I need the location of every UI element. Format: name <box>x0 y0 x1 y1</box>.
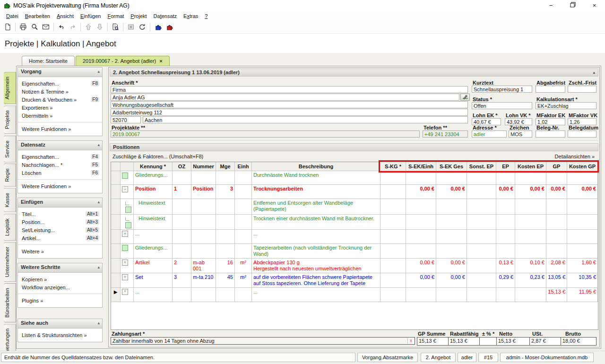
column-header-Kosten GP[interactable]: Kosten GP <box>567 162 598 171</box>
sidebar-item-eigenschaften[interactable]: Eigenschaften...F4 <box>18 153 102 161</box>
cell-skg[interactable] <box>380 171 406 185</box>
sidebar-item-plugins[interactable]: Plugins » <box>18 296 102 304</box>
square-green[interactable] <box>121 171 134 185</box>
zeichen-field[interactable]: MOS <box>509 130 532 138</box>
collapse-icon[interactable]: ▴ <box>97 69 100 74</box>
email-icon[interactable] <box>41 22 51 32</box>
beleg-nr-field[interactable] <box>536 130 565 138</box>
cell-skg[interactable] <box>380 273 406 288</box>
cell-sonst_ep[interactable] <box>467 288 496 302</box>
cell-kosten_ep[interactable]: 0,00 € <box>515 185 546 199</box>
cell-sek_einh[interactable] <box>406 288 436 302</box>
minus-box[interactable]: − <box>122 186 128 192</box>
row-selector[interactable] <box>111 199 121 215</box>
panel-header[interactable]: Siehe auch▴ <box>18 319 102 329</box>
cell-ep[interactable] <box>496 215 515 230</box>
menu-item-ansicht[interactable]: Ansicht <box>53 12 77 20</box>
square-green[interactable] <box>122 173 128 179</box>
cell-gp[interactable] <box>546 199 567 215</box>
cell-kennung[interactable]: Hinweistext <box>134 199 173 215</box>
module-tab-büroarbeiten[interactable]: Büroarbeiten <box>4 283 16 322</box>
cell-sek_ges[interactable] <box>436 244 467 259</box>
cell-skg[interactable] <box>380 288 406 302</box>
chevron-box[interactable]: » <box>122 231 128 237</box>
chevron-box[interactable]: » <box>121 230 134 244</box>
cell-kennung[interactable]: ... <box>134 288 173 302</box>
cell-einh[interactable] <box>235 244 252 259</box>
cell-beschreibung[interactable]: Entfernen und Entsorgen alter Wandbeläge… <box>252 199 380 215</box>
cell-oz[interactable] <box>173 171 191 185</box>
cell-sek_ges[interactable] <box>436 230 467 244</box>
menu-item-format[interactable]: Format <box>104 12 127 20</box>
cell-einh[interactable] <box>235 230 252 244</box>
cell-sek_ges[interactable] <box>436 288 467 302</box>
cell-ep[interactable]: 0,00 € <box>496 185 515 199</box>
cell-nummer[interactable]: m-ab 001 <box>191 259 216 273</box>
cell-einh[interactable] <box>235 199 252 215</box>
square-green[interactable] <box>121 199 134 215</box>
abgabefrist-field[interactable] <box>536 86 565 93</box>
ort-field[interactable]: Aachen <box>143 116 468 123</box>
cell-nummer[interactable] <box>191 244 216 259</box>
row-selector[interactable] <box>111 171 121 185</box>
cell-kosten_ep[interactable] <box>515 230 546 244</box>
cell-mge[interactable] <box>216 199 235 215</box>
menu-item-datei[interactable]: Datei <box>3 12 22 20</box>
sidebar-item-eigenschaften[interactable]: Eigenschaften...F8 <box>18 79 102 87</box>
plus-box[interactable]: + <box>122 260 128 266</box>
cell-kosten_gp[interactable]: 1,60 € <box>567 259 598 273</box>
restore-button[interactable] <box>562 0 583 11</box>
column-header-S-EK/Einh[interactable]: S-EK/Einh <box>406 162 436 171</box>
row-selector[interactable] <box>111 185 121 199</box>
asterisk-box[interactable]: * <box>122 289 128 295</box>
module-tab-kasse[interactable]: Kasse <box>4 188 16 212</box>
column-header-GP[interactable]: GP <box>546 162 567 171</box>
cell-kosten_gp[interactable] <box>567 199 598 215</box>
square-green[interactable] <box>125 222 131 228</box>
new-document-icon[interactable] <box>2 22 13 32</box>
cell-ep[interactable] <box>496 230 515 244</box>
cell-sek_einh[interactable]: 0,00 € <box>406 259 436 273</box>
cell-beschreibung[interactable]: auf die vorbereiteten Flächen schwere Pa… <box>252 273 380 288</box>
column-header-Einh[interactable]: Einh <box>235 162 252 171</box>
cell-mge[interactable]: 16 <box>216 259 235 273</box>
cell-kosten_gp[interactable]: 0,00 € <box>567 185 598 199</box>
row-selector[interactable] <box>111 215 121 230</box>
cell-ep[interactable] <box>496 288 515 302</box>
sidebar-item-listen-strukturansichten[interactable]: Listen & Strukturansichten » <box>18 331 102 339</box>
cell-sek_einh[interactable] <box>406 199 436 215</box>
belegdatum-field[interactable] <box>568 130 596 138</box>
cell-kennung[interactable]: Set <box>134 273 173 288</box>
cell-oz[interactable]: 1 <box>173 185 191 199</box>
cell-sonst_ep[interactable] <box>467 215 496 230</box>
cell-nummer[interactable] <box>191 199 216 215</box>
cell-oz[interactable] <box>173 230 191 244</box>
anschrift-line2-field[interactable]: Anja Adler AG <box>111 94 459 101</box>
cell-skg[interactable] <box>380 185 406 199</box>
projektakte-field[interactable]: 2019.00067 <box>111 130 420 138</box>
cell-mge[interactable]: 45 <box>216 273 235 288</box>
panel-header[interactable]: Datensatz▴ <box>18 141 102 150</box>
remove-icon[interactable]: x <box>407 338 414 344</box>
refresh-icon[interactable] <box>137 22 147 32</box>
column-header-blank[interactable] <box>111 162 121 171</box>
panel-header[interactable]: Einfügen▴ <box>18 198 102 208</box>
close-tab-icon[interactable]: × <box>159 58 162 64</box>
column-header-Kennung *[interactable]: Kennung * <box>134 162 173 171</box>
sidebar-item-artikel[interactable]: Artikel...Alt+4 <box>18 234 102 242</box>
menu-item-projekt[interactable]: Projekt <box>127 12 150 20</box>
cell-kosten_ep[interactable] <box>515 171 546 185</box>
cell-kosten_ep[interactable] <box>515 244 546 259</box>
signature-button[interactable] <box>460 94 470 101</box>
minus-box[interactable]: − <box>121 185 134 199</box>
cell-sonst_ep[interactable] <box>467 171 496 185</box>
sidebar-item-titel[interactable]: Titel...Alt+1 <box>18 210 102 218</box>
module-tab-unternehmer[interactable]: Unternehmer <box>4 242 16 282</box>
row-selector[interactable] <box>111 230 121 244</box>
cell-einh[interactable]: m² <box>235 259 252 273</box>
plus-box[interactable]: + <box>122 274 128 280</box>
cell-sek_ges[interactable]: 0,00 € <box>436 185 467 199</box>
square-green[interactable] <box>122 245 128 251</box>
sidebar-item-notizen-termine[interactable]: Notizen & Termine » <box>18 87 102 95</box>
cell-mge[interactable] <box>216 215 235 230</box>
